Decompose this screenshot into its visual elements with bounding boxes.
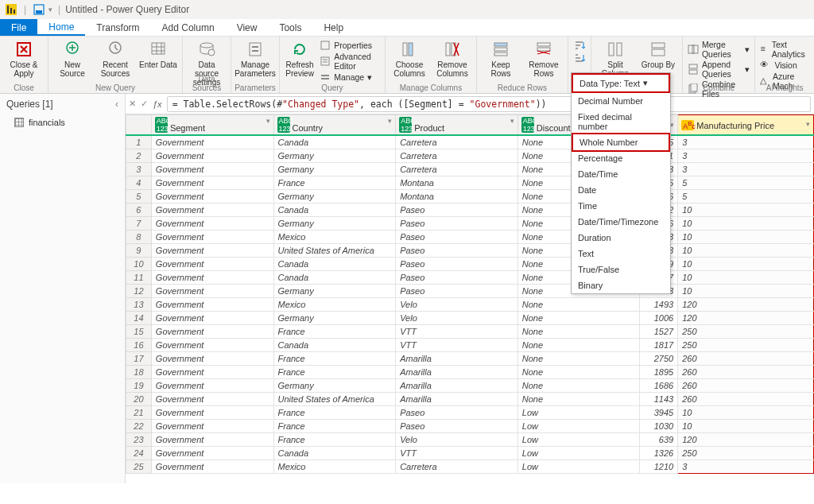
cell[interactable]: Government xyxy=(151,297,273,311)
table-row[interactable]: 23GovernmentFranceVeloLow639120 xyxy=(126,432,814,446)
remove-columns-button[interactable]: Remove Columns xyxy=(433,40,471,78)
cell[interactable]: 2750 xyxy=(640,351,678,365)
cell[interactable]: Government xyxy=(151,324,273,338)
column-header[interactable]: ABc Manufacturing Price▾ xyxy=(678,115,814,136)
table-row[interactable]: 12GovernmentGermanyPaseoNone151310 xyxy=(126,284,814,297)
cell[interactable]: Canada xyxy=(273,338,396,351)
cell[interactable]: VTT xyxy=(396,324,518,338)
cell[interactable]: Government xyxy=(151,270,273,284)
table-row[interactable]: 8GovernmentMexicoPaseoNone88310 xyxy=(126,230,814,243)
table-row[interactable]: 21GovernmentFrancePaseoLow394510 xyxy=(126,405,814,419)
cell[interactable]: None xyxy=(517,378,640,392)
cell[interactable]: Germany xyxy=(273,311,396,324)
row-number[interactable]: 3 xyxy=(126,162,152,176)
cell[interactable]: 120 xyxy=(678,432,814,446)
cell[interactable]: Government xyxy=(151,311,273,324)
cell[interactable]: Low xyxy=(517,446,640,459)
cell[interactable]: Canada xyxy=(273,135,396,149)
cell[interactable]: 1030 xyxy=(640,419,678,432)
advanced-editor-item[interactable]: Advanced Editor xyxy=(320,52,380,71)
append-queries-item[interactable]: Append Queries ▾ xyxy=(688,60,750,79)
cell[interactable]: United States of America xyxy=(273,243,396,257)
row-number[interactable]: 23 xyxy=(126,432,152,446)
column-header[interactable]: ABC123 Segment▾ xyxy=(151,115,273,136)
cell[interactable]: France xyxy=(273,351,396,365)
datatype-option[interactable]: Binary xyxy=(572,277,670,293)
datatype-option[interactable]: Text xyxy=(572,246,670,262)
cell[interactable]: 5 xyxy=(678,189,814,203)
cell[interactable]: Velo xyxy=(396,297,518,311)
cell[interactable]: 10 xyxy=(678,270,814,284)
datatype-option[interactable]: Whole Number xyxy=(572,133,670,152)
cell[interactable]: Government xyxy=(151,459,273,473)
cell[interactable]: None xyxy=(517,365,640,378)
column-header[interactable]: ABC123 Product▾ xyxy=(396,115,518,136)
text-analytics-item[interactable]: ≡Text Analytics xyxy=(760,40,809,59)
table-row[interactable]: 9GovernmentUnited States of AmericaPaseo… xyxy=(126,243,814,257)
cell[interactable]: Low xyxy=(517,459,640,473)
cell[interactable]: Government xyxy=(151,149,273,162)
cell[interactable]: United States of America xyxy=(273,392,396,405)
row-number[interactable]: 20 xyxy=(126,392,152,405)
cell[interactable]: Germany xyxy=(273,162,396,176)
cell[interactable]: Germany xyxy=(273,284,396,297)
choose-columns-button[interactable]: Choose Columns xyxy=(390,40,428,78)
cell[interactable]: Paseo xyxy=(396,257,518,270)
table-row[interactable]: 20GovernmentUnited States of AmericaAmar… xyxy=(126,392,814,405)
row-number[interactable]: 5 xyxy=(126,189,152,203)
tab-file[interactable]: File xyxy=(0,19,37,36)
cell[interactable]: 10 xyxy=(678,419,814,432)
cell[interactable]: Canada xyxy=(273,257,396,270)
cell[interactable]: 1817 xyxy=(640,338,678,351)
table-row[interactable]: 11GovernmentCanadaPaseoNone181710 xyxy=(126,270,814,284)
chevron-down-icon[interactable]: ▼ xyxy=(47,6,53,14)
cell[interactable]: Government xyxy=(151,378,273,392)
cell[interactable]: Government xyxy=(151,216,273,230)
cell[interactable]: France xyxy=(273,419,396,432)
cell[interactable]: 3 xyxy=(678,459,814,473)
cell[interactable]: Paseo xyxy=(396,270,518,284)
cell[interactable]: 120 xyxy=(678,311,814,324)
cell[interactable]: France xyxy=(273,176,396,189)
cell[interactable]: Government xyxy=(151,135,273,149)
new-source-button[interactable]: New Source xyxy=(53,40,91,78)
table-row[interactable]: 4GovernmentFranceMontanaNone18955 xyxy=(126,176,814,189)
cell[interactable]: 10 xyxy=(678,257,814,270)
datatype-option[interactable]: Date/Time/Timezone xyxy=(572,214,670,230)
tab-add-column[interactable]: Add Column xyxy=(151,19,226,36)
cell[interactable]: Government xyxy=(151,392,273,405)
cell[interactable]: Paseo xyxy=(396,419,518,432)
table-row[interactable]: 17GovernmentFranceAmarillaNone2750260 xyxy=(126,351,814,365)
tab-help[interactable]: Help xyxy=(312,19,355,36)
datatype-head[interactable]: Data Type: Text ▾ xyxy=(572,73,670,93)
table-row[interactable]: 18GovernmentFranceAmarillaNone1895260 xyxy=(126,365,814,378)
cell[interactable]: Low xyxy=(517,405,640,419)
cell[interactable]: Government xyxy=(151,338,273,351)
cell[interactable]: Paseo xyxy=(396,203,518,216)
cell[interactable]: 10 xyxy=(678,243,814,257)
row-number[interactable]: 4 xyxy=(126,176,152,189)
cell[interactable]: 3 xyxy=(678,135,814,149)
cell[interactable]: VTT xyxy=(396,446,518,459)
row-number[interactable]: 14 xyxy=(126,311,152,324)
tab-tools[interactable]: Tools xyxy=(268,19,312,36)
properties-item[interactable]: Properties xyxy=(320,40,380,51)
cell[interactable]: Paseo xyxy=(396,243,518,257)
cell[interactable]: Mexico xyxy=(273,297,396,311)
cell[interactable]: Canada xyxy=(273,270,396,284)
cell[interactable]: 10 xyxy=(678,203,814,216)
cell[interactable]: Paseo xyxy=(396,216,518,230)
cell[interactable]: Paseo xyxy=(396,284,518,297)
cell[interactable]: Germany xyxy=(273,378,396,392)
cell[interactable]: 1686 xyxy=(640,378,678,392)
cell[interactable]: Montana xyxy=(396,189,518,203)
tab-home[interactable]: Home xyxy=(37,19,85,36)
cell[interactable]: Mexico xyxy=(273,459,396,473)
row-number[interactable]: 16 xyxy=(126,338,152,351)
cell[interactable]: 639 xyxy=(640,432,678,446)
table-row[interactable]: 15GovernmentFranceVTTNone1527250 xyxy=(126,324,814,338)
datatype-option[interactable]: Time xyxy=(572,198,670,214)
table-row[interactable]: 2GovernmentGermanyCarreteraNone13213 xyxy=(126,149,814,162)
cell[interactable]: None xyxy=(517,324,640,338)
merge-queries-item[interactable]: Merge Queries ▾ xyxy=(688,40,750,59)
